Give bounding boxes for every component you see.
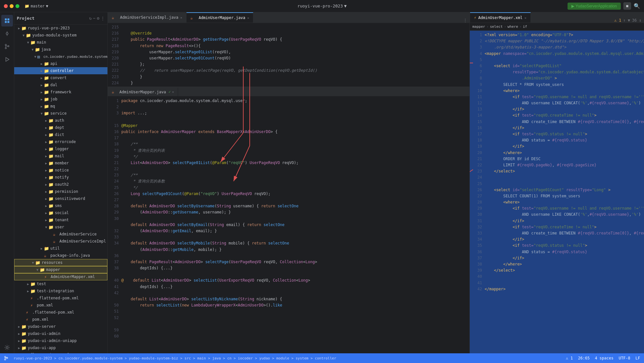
project-view-icon[interactable] [1,15,13,26]
tab-adminuserserviceimpl[interactable]: ☕ AdminUserServiceImpl.java ✕ [108,12,186,23]
tree-item-mail[interactable]: ▶📁mail [14,152,107,160]
run-config-icon[interactable] [1,54,13,65]
tree-item-controller[interactable]: ▶ 📁 controller [14,67,107,74]
tree-item-framework[interactable]: ▶ 📁 framework [14,88,107,96]
close-icon[interactable]: ✕ [172,90,174,94]
line-numbers: 215216217218219220221222223224 [108,24,121,86]
search-icon[interactable]: 🔍 [634,3,640,9]
tree-item-mapper-folder[interactable]: ▼ 📁 mapper [14,266,107,273]
tree-label: mapper [46,267,60,272]
tree-item-java[interactable]: ▼ 📁 java [14,46,107,53]
collapse-icon[interactable]: − [93,16,96,21]
branch-icon[interactable] [1,41,13,52]
tree-label: service [50,111,67,116]
main-layout: Project ↻ − ⚙ ⋮ ▶ 📁 ruoyi-vue-pro-2023 ▼… [0,12,644,353]
tree-item-permission[interactable]: ▶📁permission [14,188,107,195]
tree-item-member[interactable]: ▶📁member [14,160,107,167]
tree-item-test-integration[interactable]: ▶📁test-integration [14,287,107,295]
svg-point-15 [5,356,6,358]
code-line: package cn.iocoder.yudao.module.system.d… [121,98,467,104]
tree-item-root[interactable]: ▶ 📁 ruoyi-vue-pro-2023 [14,25,107,32]
tree-item-tenant[interactable]: ▶📁tenant [14,216,107,223]
svg-rect-0 [5,18,7,20]
project-panel: Project ↻ − ⚙ ⋮ ▶ 📁 ruoyi-vue-pro-2023 ▼… [14,12,108,353]
tree-label: tenant [55,218,69,222]
java-icon: ☕ [190,16,196,20]
svg-point-4 [6,33,8,35]
folder-icon: 📁 [40,267,45,272]
project-name: master [31,4,45,8]
close-icon[interactable]: ✕ [180,16,182,19]
tree-item-sms[interactable]: ▶📁sms [14,202,107,209]
tree-item-job[interactable]: ▶ 📁 job [14,96,107,103]
tree-item-pom2[interactable]: ⚡pom.xml [14,316,107,323]
code-line: @ default List<AdminUserDO> selectList(U… [121,277,467,284]
tree-item-package[interactable]: ▼ ▤ cn.iocoder.yudao.module.system [14,53,107,60]
run-button[interactable]: ▶ YudaoServerApplication [568,3,621,10]
tree-item-logger[interactable]: ▶📁logger [14,145,107,152]
expand-icon: ▼ [33,55,37,58]
warning-status: ⚠ 1 [566,356,573,360]
tree-item-adminuserservice[interactable]: ☕ AdminUserService [14,231,107,238]
icon-bar [0,12,14,353]
tree-item-yudao-ui-app[interactable]: ▶📁yudao-ui-app [14,344,107,351]
tree-item-flattened2[interactable]: ⚡.flattened-pom.xml [14,309,107,316]
mapper-code-area: 123 15161718192021222324252627282930 323… [108,97,469,339]
tree-item-convert[interactable]: ▶ 📁 convert [14,74,107,81]
more-icon[interactable]: ⋮ [101,16,105,21]
breadcrumb-item[interactable]: mapper [472,25,485,29]
tree-item-test[interactable]: ▶📁test [14,280,107,287]
tree-label: resources [42,260,63,265]
tree-item-yudao-server[interactable]: ▶📁yudao-server [14,323,107,330]
tree-item-notify[interactable]: ▶📁notify [14,174,107,181]
breadcrumb-item[interactable]: select [490,25,503,29]
tree-item-dept[interactable]: ▶📁dept [14,124,107,131]
tree-item-package-info[interactable]: ☕package-info.java [14,252,107,259]
tab-adminusermapper-xml[interactable]: ⚡ AdminUserMapper.xml ✕ [470,12,531,23]
sync-icon[interactable]: ↻ [89,16,92,21]
tree-item-api[interactable]: ▶ 📁 api [14,60,107,67]
tree-item-util[interactable]: ▶📁util [14,245,107,252]
code-line: // return userMapper.selectPage(reqVO, g… [121,67,467,74]
tree-item-dal[interactable]: ▶ 📁 dal [14,81,107,88]
tree-item-social[interactable]: ▶📁social [14,209,107,216]
tree-item-module-system[interactable]: ▼ 📁 yudao-module-system [14,32,107,39]
tree-item-pom1[interactable]: ⚡pom.xml [14,302,107,309]
tree-item-adminusermapper-xml[interactable]: ⚡ AdminUserMapper.xml [14,273,107,280]
breadcrumb-item[interactable]: where [508,25,518,29]
tree-item-adminuserserviceimpl[interactable]: ☕ AdminUserServiceImpl [14,238,107,245]
minimize-button[interactable] [10,4,14,8]
mapper-subtab[interactable]: ☕ AdminUserMapper.java ✓ ✕ [108,88,178,97]
xml-line: 15 AND create_time BETWEEN #{reqVO.creat… [470,119,644,125]
tree-item-sensitiveword[interactable]: ▶📁sensitiveword [14,195,107,202]
tree-item-resources[interactable]: ▼ 📁 resources [14,259,107,266]
tree-item-flattened-root[interactable]: ⚡.flattened-pom.xml [14,351,107,353]
xml-icon: ⚡ [21,353,26,354]
tree-item-flattened1[interactable]: ⚡.flattened-pom.xml [14,295,107,302]
commit-icon[interactable] [1,28,13,39]
maximize-button[interactable] [15,4,19,8]
breadcrumb-item[interactable]: if [523,25,527,29]
close-button[interactable] [4,4,8,8]
tree-item-oauth2[interactable]: ▶📁oauth2 [14,181,107,188]
tab-adminusermapper-java[interactable]: ☕ AdminUserMapper.java ✕ [186,12,254,23]
tree-item-auth[interactable]: ▶📁auth [14,117,107,124]
code-line [121,253,467,259]
code-line: } [121,80,467,86]
close-icon[interactable]: ✕ [247,16,249,20]
tree-item-yudao-ui-admin[interactable]: ▶📁yudao-ui-admin [14,330,107,337]
tree-item-errorcode[interactable]: ▶📁errorcode [14,138,107,145]
tree-item-dict[interactable]: ▶📁dict [14,131,107,138]
close-icon[interactable]: ✕ [525,16,527,20]
tree-item-main[interactable]: ▼ 📁 main [14,39,107,46]
tree-item-mq[interactable]: ▶ 📁 mq [14,103,107,110]
stop-button[interactable]: ■ [623,2,631,10]
settings-icon[interactable] [1,342,13,353]
tree-item-user[interactable]: ▼ 📁 user [14,223,107,231]
folder-icon: 📁 [21,338,26,343]
tree-item-yudao-ui-admin-uniapp[interactable]: ▶📁yudao-ui-admin-uniapp [14,337,107,344]
tree-item-notice[interactable]: ▶📁notice [14,167,107,174]
tree-label: auth [55,118,64,123]
tree-item-service[interactable]: ▼ 📁 service [14,110,107,117]
gear-icon[interactable]: ⚙ [97,16,99,21]
